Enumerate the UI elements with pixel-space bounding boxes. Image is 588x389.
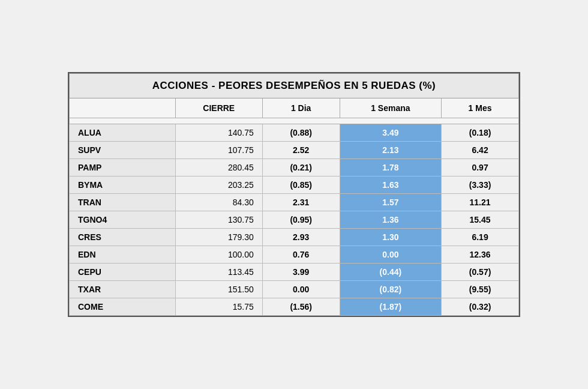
col-ticker [70, 98, 176, 118]
table-row: ALUA140.75(0.88)3.49(0.18) [70, 124, 519, 142]
cell-semana: (0.82) [340, 281, 442, 298]
cell-dia: (0.21) [262, 159, 340, 176]
table-row: BYMA203.25(0.85)1.63(3.33) [70, 176, 519, 194]
cell-dia: (0.95) [262, 211, 340, 229]
cell-semana: (0.44) [340, 264, 442, 281]
table-row: TRAN84.302.311.5711.21 [70, 194, 519, 211]
cell-dia: (0.85) [262, 176, 340, 194]
cell-dia: 3.99 [262, 264, 340, 281]
cell-semana: 3.49 [340, 124, 442, 142]
cell-ticker: ALUA [70, 124, 176, 142]
cell-mes: 6.42 [442, 142, 519, 159]
cell-cierre: 140.75 [175, 124, 262, 142]
cell-semana: 1.36 [340, 211, 442, 229]
cell-dia: 0.76 [262, 246, 340, 264]
cell-mes: (9.55) [442, 281, 519, 298]
title-row: ACCIONES - PEORES DESEMPEÑOS EN 5 RUEDAS… [70, 74, 519, 98]
cell-mes: 11.21 [442, 194, 519, 211]
cell-cierre: 179.30 [175, 229, 262, 246]
cell-cierre: 203.25 [175, 176, 262, 194]
cell-ticker: EDN [70, 246, 176, 264]
col-semana: 1 Semana [340, 98, 442, 118]
cell-semana: 0.00 [340, 246, 442, 264]
cell-mes: (0.32) [442, 298, 519, 316]
cell-ticker: COME [70, 298, 176, 316]
cell-ticker: CRES [70, 229, 176, 246]
cell-cierre: 107.75 [175, 142, 262, 159]
cell-semana: 2.13 [340, 142, 442, 159]
cell-mes: 0.97 [442, 159, 519, 176]
cell-ticker: TGNO4 [70, 211, 176, 229]
cell-ticker: TRAN [70, 194, 176, 211]
cell-semana: 1.57 [340, 194, 442, 211]
cell-semana: (1.87) [340, 298, 442, 316]
cell-ticker: PAMP [70, 159, 176, 176]
col-cierre: CIERRE [175, 98, 262, 118]
table-title: ACCIONES - PEORES DESEMPEÑOS EN 5 RUEDAS… [70, 74, 519, 98]
cell-mes: (3.33) [442, 176, 519, 194]
cell-mes: (0.18) [442, 124, 519, 142]
table-row: EDN100.000.760.0012.36 [70, 246, 519, 264]
table-row: SUPV107.752.522.136.42 [70, 142, 519, 159]
cell-dia: 2.52 [262, 142, 340, 159]
performance-table: ACCIONES - PEORES DESEMPEÑOS EN 5 RUEDAS… [69, 73, 519, 316]
cell-dia: 2.31 [262, 194, 340, 211]
col-mes: 1 Mes [442, 98, 519, 118]
header-row: CIERRE 1 Dia 1 Semana 1 Mes [70, 98, 519, 118]
spacer-row [70, 118, 519, 124]
cell-cierre: 113.45 [175, 264, 262, 281]
cell-cierre: 280.45 [175, 159, 262, 176]
cell-mes: 15.45 [442, 211, 519, 229]
cell-dia: (0.88) [262, 124, 340, 142]
main-table-wrapper: ACCIONES - PEORES DESEMPEÑOS EN 5 RUEDAS… [68, 72, 520, 317]
cell-cierre: 84.30 [175, 194, 262, 211]
cell-mes: 6.19 [442, 229, 519, 246]
table-row: COME15.75(1.56)(1.87)(0.32) [70, 298, 519, 316]
col-dia: 1 Dia [262, 98, 340, 118]
cell-semana: 1.30 [340, 229, 442, 246]
table-row: PAMP280.45(0.21)1.780.97 [70, 159, 519, 176]
cell-ticker: CEPU [70, 264, 176, 281]
cell-semana: 1.63 [340, 176, 442, 194]
cell-cierre: 100.00 [175, 246, 262, 264]
cell-mes: (0.57) [442, 264, 519, 281]
cell-dia: 2.93 [262, 229, 340, 246]
cell-cierre: 151.50 [175, 281, 262, 298]
table-row: CRES179.302.931.306.19 [70, 229, 519, 246]
cell-dia: (1.56) [262, 298, 340, 316]
table-row: TXAR151.500.00(0.82)(9.55) [70, 281, 519, 298]
table-row: CEPU113.453.99(0.44)(0.57) [70, 264, 519, 281]
table-row: TGNO4130.75(0.95)1.3615.45 [70, 211, 519, 229]
cell-ticker: SUPV [70, 142, 176, 159]
cell-cierre: 130.75 [175, 211, 262, 229]
cell-dia: 0.00 [262, 281, 340, 298]
cell-ticker: BYMA [70, 176, 176, 194]
cell-ticker: TXAR [70, 281, 176, 298]
cell-cierre: 15.75 [175, 298, 262, 316]
cell-mes: 12.36 [442, 246, 519, 264]
cell-semana: 1.78 [340, 159, 442, 176]
